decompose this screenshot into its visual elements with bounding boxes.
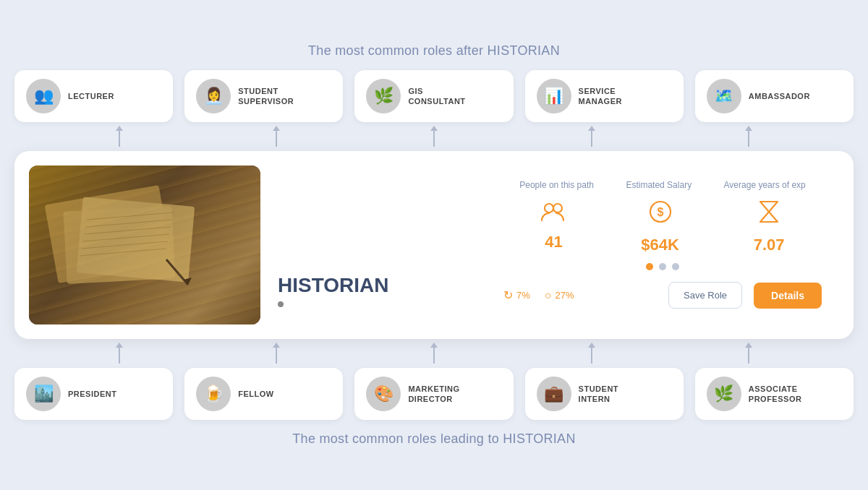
stat-exp: 7.07: [754, 199, 785, 254]
refresh-icon: ↻: [503, 288, 513, 302]
bottom-connector-1: [41, 339, 198, 368]
salary-label: Estimated Salary: [626, 180, 692, 190]
avatar-student-supervisor: 👩‍💼: [196, 79, 231, 113]
stat-people: 41: [540, 202, 566, 252]
role-name-fellow: FELLOW: [238, 389, 273, 399]
metric-1: ↻ 7%: [503, 288, 530, 302]
role-name-student-supervisor: STUDENTSUPERVISOR: [238, 86, 294, 107]
avatar-service-manager: 📊: [537, 79, 571, 113]
avatar-associate-professor: 🌿: [707, 377, 741, 411]
bottom-connector-2: [198, 339, 356, 368]
svg-point-12: [553, 204, 562, 212]
page-wrapper: The most common roles after HISTORIAN 👥 …: [14, 43, 854, 447]
stat-salary: $ $64K: [641, 199, 679, 254]
bottom-role-card-marketing-director[interactable]: 🎨 MARKETINGDIRECTOR: [354, 368, 513, 420]
details-button[interactable]: Details: [754, 283, 822, 309]
top-role-card-service-manager[interactable]: 📊 SERVICEMANAGER: [525, 70, 684, 122]
bottom-role-card-associate-professor[interactable]: 🌿 ASSOCIATEPROFESSOR: [695, 368, 854, 420]
top-role-card-gis-consultant[interactable]: 🌿 GISCONSULTANT: [354, 70, 513, 122]
bottom-role-card-fellow[interactable]: 🍺 FELLOW: [184, 368, 343, 420]
save-role-button[interactable]: Save Role: [668, 282, 742, 309]
avatar-marketing-director: 🎨: [366, 377, 401, 411]
people-label: People on this path: [519, 180, 594, 190]
metric-1-value: 7%: [516, 290, 530, 301]
role-name-ambassador: AMBASSADOR: [749, 91, 810, 101]
bottom-connector-4: [513, 339, 671, 368]
avatar-student-intern: 💼: [537, 377, 571, 411]
avatar-gis-consultant: 🌿: [366, 79, 401, 113]
role-name-service-manager: SERVICEMANAGER: [579, 86, 622, 107]
dot-2[interactable]: [659, 263, 666, 270]
connector-4: [513, 122, 671, 151]
role-name-gis-consultant: GISCONSULTANT: [408, 86, 465, 107]
historian-title-text: HISTORIAN: [278, 274, 389, 297]
connector-2: [198, 122, 356, 151]
salary-icon: $: [647, 199, 673, 230]
status-dot: [278, 301, 284, 307]
main-historian-card: HISTORIAN People on this path Estimated …: [14, 151, 854, 339]
people-icon: [540, 202, 566, 227]
bottom-connectors: [14, 339, 854, 368]
exp-value: 7.07: [754, 236, 785, 254]
role-name-president: PRESIDENT: [68, 389, 116, 399]
exp-icon: [757, 199, 780, 230]
arrow-up-b3: [433, 343, 435, 364]
arrow-up-5: [748, 126, 749, 147]
bottom-connector-5: [670, 339, 827, 368]
svg-text:$: $: [657, 206, 663, 218]
connector-5: [670, 122, 827, 151]
bottom-roles-row: 🏙️ PRESIDENT 🍺 FELLOW 🎨 MARKETINGDIRECTO…: [14, 368, 854, 420]
svg-point-11: [545, 204, 553, 212]
arrow-up-1: [119, 126, 120, 147]
circle-icon: ○: [545, 289, 552, 302]
avatar-president: 🏙️: [26, 377, 61, 411]
dot-1[interactable]: [646, 263, 653, 270]
bottom-role-card-president[interactable]: 🏙️ PRESIDENT: [14, 368, 173, 420]
stats-area: People on this path Estimated Salary Ave…: [503, 180, 822, 309]
pagination-dots: [503, 263, 822, 270]
top-role-card-student-supervisor[interactable]: 👩‍💼 STUDENTSUPERVISOR: [184, 70, 343, 122]
arrow-up-3: [433, 126, 435, 147]
historian-image: [29, 166, 260, 324]
avatar-fellow: 🍺: [196, 377, 231, 411]
role-name-marketing-director: MARKETINGDIRECTOR: [408, 384, 459, 405]
avatar-ambassador: 🗺️: [707, 79, 741, 113]
avatar-lecturer: 👥: [26, 79, 61, 113]
people-value: 41: [545, 233, 562, 252]
salary-value: $64K: [641, 236, 679, 254]
metric-2: ○ 27%: [545, 289, 574, 302]
stats-labels-row: People on this path Estimated Salary Ave…: [503, 180, 822, 190]
arrow-up-b1: [119, 343, 120, 364]
connector-1: [41, 122, 198, 151]
top-role-card-lecturer[interactable]: 👥 LECTURER: [14, 70, 173, 122]
arrow-up-b4: [591, 343, 592, 364]
top-role-card-ambassador[interactable]: 🗺️ AMBASSADOR: [695, 70, 854, 122]
top-caption: The most common roles after HISTORIAN: [308, 43, 560, 59]
metric-2-value: 27%: [555, 290, 574, 301]
connector-3: [355, 122, 513, 151]
bottom-role-card-student-intern[interactable]: 💼 STUDENTINTERN: [525, 368, 684, 420]
arrow-up-b2: [276, 343, 277, 364]
arrow-up-2: [276, 126, 277, 147]
top-roles-row: 👥 LECTURER 👩‍💼 STUDENTSUPERVISOR 🌿 GISCO…: [14, 70, 854, 122]
metrics-left: ↻ 7% ○ 27%: [503, 288, 574, 302]
top-connectors: [14, 122, 854, 151]
role-name-associate-professor: ASSOCIATEPROFESSOR: [749, 384, 802, 405]
role-name-lecturer: LECTURER: [68, 91, 114, 101]
bottom-actions: ↻ 7% ○ 27% Save Role Details: [503, 282, 822, 309]
svg-rect-2: [77, 197, 195, 282]
bottom-connector-3: [355, 339, 513, 368]
arrow-up-4: [591, 126, 592, 147]
role-name-student-intern: STUDENTINTERN: [579, 384, 618, 405]
bottom-caption: The most common roles leading to HISTORI…: [292, 431, 575, 447]
exp-label: Average years of exp: [724, 180, 806, 190]
arrow-up-b5: [748, 343, 749, 364]
historian-content: HISTORIAN People on this path Estimated …: [278, 166, 839, 324]
dot-3[interactable]: [672, 263, 679, 270]
